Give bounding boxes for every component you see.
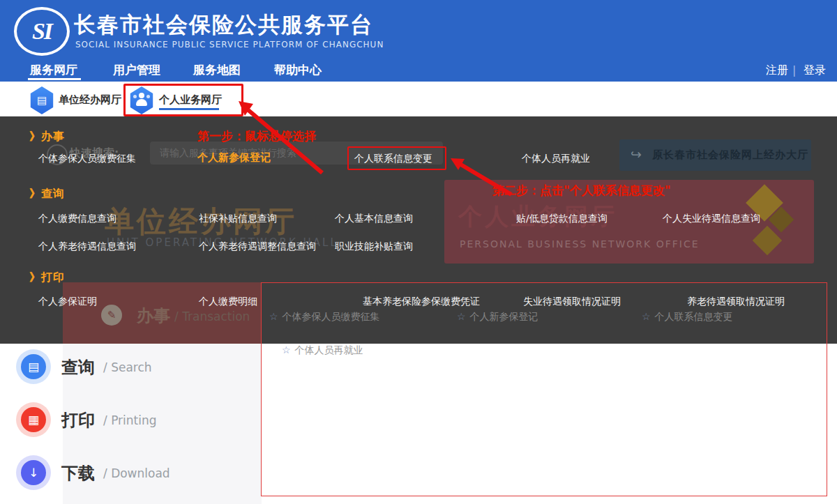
printer-icon: ▦ bbox=[21, 407, 46, 432]
panel-item-ghost[interactable]: ☆个人新参保登记 bbox=[457, 311, 538, 323]
register-link[interactable]: 注册 bbox=[766, 63, 788, 78]
panel-item-ghost[interactable]: ☆个人联系信息变更 bbox=[642, 311, 733, 323]
star-icon: ☆ bbox=[282, 344, 291, 356]
page: SI 长春市社会保险公共服务平台 SOCIAL INSURANCE PUBLIC… bbox=[0, 0, 837, 504]
menu-item-skill-subsidy-query[interactable]: 职业技能补贴查询 bbox=[335, 240, 413, 253]
section-query: 》查询 bbox=[29, 187, 65, 201]
person-icon bbox=[136, 99, 147, 106]
sidebar-item-printing[interactable]: 打印 bbox=[61, 409, 95, 432]
star-icon: ☆ bbox=[269, 311, 278, 322]
menu-item-reemployment[interactable]: 个体人员再就业 bbox=[522, 153, 590, 165]
header: SI 长春市社会保险公共服务平台 SOCIAL INSURANCE PUBLIC… bbox=[0, 0, 837, 82]
star-icon: ☆ bbox=[457, 311, 466, 322]
section-print: 》打印 bbox=[29, 270, 65, 285]
menu-item-insurance-certificate[interactable]: 个人参保证明 bbox=[38, 296, 97, 308]
dropdown-overlay: 快速搜索: 请输入服务事项关键字进行搜索 单位经办网厅 UNIT OPERATI… bbox=[0, 116, 837, 344]
tab-personal-hall[interactable]: 个人业务网厅 bbox=[159, 93, 222, 107]
menu-item-pension-info-query[interactable]: 个人养老待遇信息查询 bbox=[38, 240, 136, 253]
menu-item-pension-receipt-certificate[interactable]: 养老待遇领取情况证明 bbox=[687, 296, 785, 308]
auth-divider: | bbox=[792, 63, 796, 77]
edit-icon: ✎ bbox=[101, 305, 122, 326]
menu-item-unemployment-receipt-certificate[interactable]: 失业待遇领取情况证明 bbox=[523, 296, 621, 308]
person-icon bbox=[133, 95, 137, 98]
sidebar-item-download-en: / Download bbox=[103, 466, 170, 480]
menu-item-new-registration[interactable]: 个人新参保登记 bbox=[197, 151, 271, 165]
menu-item-payment-info-query[interactable]: 个人缴费信息查询 bbox=[38, 213, 116, 225]
sidebar-item-search[interactable]: 查询 bbox=[61, 356, 95, 379]
menu-item-subsidy-info-query[interactable]: 社保补贴信息查询 bbox=[199, 213, 277, 225]
nav-help-center[interactable]: 帮助中心 bbox=[274, 62, 322, 78]
banner-illustration bbox=[753, 226, 782, 255]
menu-item-contribution-collection[interactable]: 个体参保人员缴费征集 bbox=[38, 153, 136, 165]
sidebar-item-download[interactable]: 下载 bbox=[61, 462, 95, 484]
site-subtitle: SOCIAL INSURANCE PUBLIC SERVICE PLATFORM… bbox=[75, 40, 384, 49]
personal-banner-subtitle: PERSONAL BUSINESS NETWORK OFFICE bbox=[460, 238, 700, 250]
section-transaction: 》办事 bbox=[29, 130, 65, 144]
nav-service-map[interactable]: 服务地图 bbox=[193, 62, 241, 78]
site-logo: SI bbox=[14, 7, 70, 56]
sidebar-item-transaction[interactable]: ✎ 办事 / Transaction bbox=[63, 282, 262, 344]
nav-user-management[interactable]: 用户管理 bbox=[113, 62, 160, 78]
logo-text: SI bbox=[32, 18, 52, 45]
download-icon: ↓ bbox=[21, 460, 46, 485]
tab-unit-hall[interactable]: 单位经办网厅 bbox=[59, 93, 121, 107]
sidebar-item-printing-en: / Printing bbox=[103, 413, 157, 427]
star-icon: ☆ bbox=[642, 311, 651, 322]
person-icon bbox=[146, 95, 150, 98]
share-arrow-icon: ↪ bbox=[631, 146, 642, 162]
menu-item-basic-info-query[interactable]: 个人基本信息查询 bbox=[335, 213, 413, 225]
nav-service-hall[interactable]: 服务网厅 bbox=[30, 62, 77, 78]
panel-item-reemployment[interactable]: ☆个体人员再就业 bbox=[282, 344, 363, 357]
person-icon bbox=[139, 93, 144, 98]
personal-hall-underline bbox=[159, 108, 219, 110]
personal-hall-icon bbox=[129, 86, 154, 114]
menu-item-pension-adjustment-query[interactable]: 个人养老待遇调整信息查询 bbox=[199, 240, 316, 253]
search-icon: ▤ bbox=[21, 354, 46, 379]
menu-item-payment-detail[interactable]: 个人缴费明细 bbox=[199, 296, 257, 308]
menu-item-unemployment-benefit-query[interactable]: 个人失业待遇信息查询 bbox=[663, 213, 760, 225]
document-icon: ▤ bbox=[37, 94, 47, 107]
menu-item-pension-payment-voucher[interactable]: 基本养老保险参保缴费凭证 bbox=[363, 296, 480, 308]
legacy-hall-button[interactable]: ↪ 原长春市社会保险网上经办大厅 bbox=[619, 139, 811, 171]
site-title: 长春市社会保险公共服务平台 bbox=[74, 10, 373, 40]
login-link[interactable]: 登录 bbox=[804, 63, 826, 78]
menu-item-contact-info-change[interactable]: 个人联系信息变更 bbox=[354, 153, 432, 165]
menu-item-loan-info-query[interactable]: 贴/低息贷款信息查询 bbox=[516, 213, 608, 225]
panel-item-ghost[interactable]: ☆个体参保人员缴费征集 bbox=[269, 311, 380, 323]
unit-hall-icon: ▤ bbox=[29, 86, 54, 114]
hall-switch-bar: ▤ bbox=[0, 82, 837, 116]
active-nav-underline bbox=[28, 78, 81, 80]
sidebar-item-search-en: / Search bbox=[103, 360, 152, 374]
